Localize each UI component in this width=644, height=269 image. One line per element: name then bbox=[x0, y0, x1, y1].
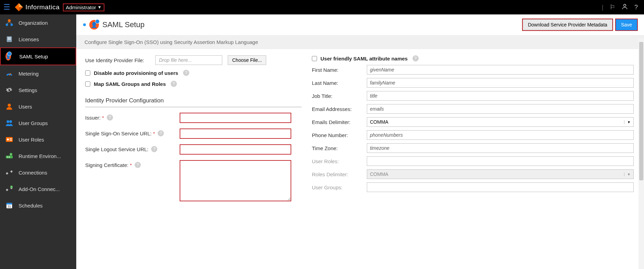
svg-point-6 bbox=[11, 24, 13, 26]
help-icon[interactable]: ? bbox=[135, 162, 141, 168]
svg-point-14 bbox=[8, 104, 11, 107]
help-icon[interactable]: ? bbox=[183, 70, 189, 76]
sidebar-item-licenses[interactable]: Licenses bbox=[0, 31, 76, 47]
sidebar-item-user-roles[interactable]: User Roles bbox=[0, 131, 76, 148]
svg-point-3 bbox=[624, 4, 626, 7]
sidebar-item-label: Users bbox=[19, 104, 32, 110]
page-subtitle: Configure Single Sign-On (SSO) using Sec… bbox=[76, 35, 644, 49]
divider: | bbox=[602, 3, 603, 11]
sidebar-item-saml-setup[interactable]: 👤 SAML Setup bbox=[0, 47, 76, 65]
sidebar-item-schedules[interactable]: 31 Schedules bbox=[0, 197, 76, 214]
emails-input[interactable] bbox=[367, 104, 634, 114]
svg-point-5 bbox=[6, 24, 8, 26]
content-pane: 👤 SAML Setup Download Service Provider M… bbox=[76, 14, 644, 269]
choose-file-button[interactable]: Choose File... bbox=[228, 55, 266, 65]
sidebar-item-label: User Roles bbox=[19, 137, 44, 143]
svg-line-7 bbox=[7, 22, 9, 24]
flag-icon[interactable]: ⚐ bbox=[610, 3, 615, 11]
help-icon[interactable]: ? bbox=[634, 4, 638, 11]
last-name-label: Last Name: bbox=[312, 80, 367, 86]
sidebar-item-label: Licenses bbox=[19, 36, 39, 42]
license-icon bbox=[5, 35, 14, 43]
chevron-down-icon: ▼ bbox=[98, 5, 102, 10]
signing-cert-textarea[interactable] bbox=[180, 160, 291, 201]
sidebar-item-user-groups[interactable]: User Groups bbox=[0, 115, 76, 131]
saml-page-icon: 👤 bbox=[89, 20, 99, 30]
hamburger-icon[interactable]: ☰ bbox=[3, 3, 10, 12]
user-icon[interactable] bbox=[621, 3, 628, 12]
svg-rect-10 bbox=[8, 37, 11, 38]
svg-rect-11 bbox=[8, 39, 11, 40]
scrollbar[interactable] bbox=[639, 38, 644, 269]
save-button[interactable]: Save bbox=[616, 19, 637, 30]
friendly-names-checkbox[interactable] bbox=[312, 56, 317, 61]
emails-label: Email Addresses: bbox=[312, 106, 367, 112]
disable-auto-provisioning-checkbox[interactable] bbox=[85, 70, 90, 76]
sidebar: Organization Licenses 👤 SAML Setup Meter… bbox=[0, 14, 76, 269]
sidebar-item-addon-connectors[interactable]: + Add-On Connec... bbox=[0, 181, 76, 197]
svg-text:31: 31 bbox=[8, 205, 11, 208]
svg-rect-20 bbox=[10, 140, 12, 141]
job-title-label: Job Title: bbox=[312, 93, 367, 99]
roles-delim-label: Roles Delimiter: bbox=[312, 171, 367, 177]
sso-url-input[interactable] bbox=[180, 128, 291, 139]
sidebar-item-label: Runtime Environ... bbox=[19, 153, 61, 159]
user-groups-input[interactable] bbox=[367, 182, 634, 192]
issuer-input[interactable] bbox=[180, 113, 291, 123]
use-idp-file-label: Use Identity Provider File: bbox=[85, 57, 150, 63]
download-metadata-button[interactable]: Download Service Provider Metadata bbox=[523, 19, 612, 30]
scrollbar-thumb[interactable] bbox=[639, 42, 643, 180]
sidebar-item-organization[interactable]: Organization bbox=[0, 14, 76, 31]
emails-delim-label: Emails Delimiter: bbox=[312, 119, 367, 125]
svg-rect-29 bbox=[7, 203, 12, 205]
app-switcher[interactable]: Administrator ▼ bbox=[63, 3, 104, 11]
timezone-label: Time Zone: bbox=[312, 145, 367, 151]
sso-url-label: Single Sign-On Service URL:*? bbox=[85, 128, 180, 136]
idp-file-drop-target[interactable]: Drop file here... bbox=[155, 55, 222, 65]
last-name-input[interactable] bbox=[367, 78, 634, 88]
sidebar-item-runtime-env[interactable]: + Runtime Environ... bbox=[0, 148, 76, 164]
phone-input[interactable] bbox=[367, 130, 634, 140]
user-roles-input[interactable] bbox=[367, 156, 634, 166]
timezone-input[interactable] bbox=[367, 143, 634, 153]
users-icon bbox=[5, 102, 14, 111]
page-actions: Download Service Provider Metadata Save bbox=[523, 19, 637, 30]
phone-label: Phone Number: bbox=[312, 132, 367, 138]
help-icon[interactable]: ? bbox=[158, 130, 164, 136]
map-groups-roles-checkbox[interactable] bbox=[85, 81, 90, 87]
page-title: SAML Setup bbox=[102, 20, 145, 29]
addon-icon: + bbox=[5, 185, 14, 193]
sidebar-item-label: Schedules bbox=[19, 203, 43, 209]
first-name-input[interactable] bbox=[367, 65, 634, 75]
sidebar-item-metering[interactable]: Metering bbox=[0, 65, 76, 82]
page-header: 👤 SAML Setup Download Service Provider M… bbox=[76, 14, 644, 35]
help-icon[interactable]: ? bbox=[151, 146, 157, 152]
right-column: User friendly SAML attribute names ? Fir… bbox=[312, 55, 644, 263]
svg-text:+: + bbox=[10, 153, 12, 156]
help-icon[interactable]: ? bbox=[171, 81, 177, 87]
saml-icon: 👤 bbox=[5, 52, 14, 60]
idp-config-section-title: Identity Provider Configuration bbox=[85, 97, 302, 107]
runtime-icon: + bbox=[5, 152, 14, 160]
emails-delim-select[interactable]: COMMA▼ bbox=[367, 117, 634, 127]
sidebar-item-connections[interactable]: Connections bbox=[0, 164, 76, 181]
svg-point-16 bbox=[9, 120, 12, 123]
left-column: Use Identity Provider File: Drop file he… bbox=[85, 55, 302, 263]
connections-icon bbox=[5, 168, 14, 177]
settings-icon bbox=[5, 86, 14, 94]
job-title-input[interactable] bbox=[367, 91, 634, 101]
svg-line-8 bbox=[9, 22, 12, 24]
unsaved-indicator-icon bbox=[83, 23, 86, 26]
sidebar-item-settings[interactable]: Settings bbox=[0, 82, 76, 98]
svg-point-15 bbox=[7, 120, 9, 123]
svg-point-13 bbox=[8, 89, 10, 91]
slo-url-input[interactable] bbox=[180, 144, 291, 155]
roles-delim-select: COMMA▼ bbox=[367, 169, 634, 179]
help-icon[interactable]: ? bbox=[107, 114, 113, 121]
chevron-down-icon: ▼ bbox=[624, 172, 631, 176]
sidebar-item-label: Metering bbox=[19, 71, 38, 77]
svg-point-4 bbox=[8, 19, 11, 22]
svg-marker-2 bbox=[19, 7, 23, 11]
sidebar-item-users[interactable]: Users bbox=[0, 98, 76, 115]
help-icon[interactable]: ? bbox=[413, 55, 419, 61]
